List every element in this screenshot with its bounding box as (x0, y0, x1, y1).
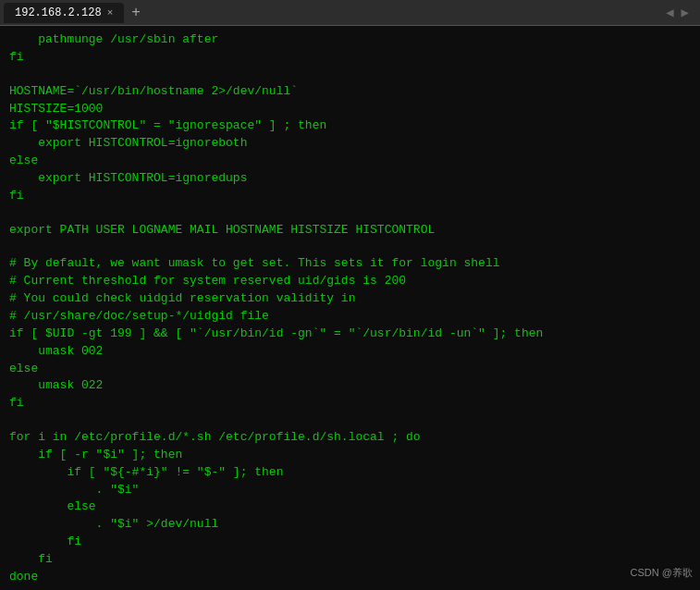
terminal-line: else (9, 153, 691, 170)
tab-bar: 192.168.2.128 × + ◀ ▶ (0, 0, 700, 26)
tab-close-button[interactable]: × (107, 7, 114, 18)
terminal-line: # Current threshold for system reserved … (9, 273, 691, 290)
terminal-line: fi (9, 551, 691, 569)
terminal-line: fi (9, 534, 691, 551)
terminal-line: # You could check uidgid reservation val… (9, 290, 691, 308)
terminal-line: done (9, 569, 691, 586)
terminal-line: . "$i" >/dev/null (9, 516, 691, 534)
terminal-line (9, 412, 691, 429)
terminal-line: umask 022 (9, 377, 691, 395)
watermark: CSDN @养歌 (631, 566, 693, 581)
terminal-line: else (9, 498, 691, 516)
terminal-line: # /usr/share/doc/setup-*/uidgid file (9, 308, 691, 326)
terminal-line: # By default, we want umask to get set. … (9, 255, 691, 273)
terminal-line (9, 586, 691, 590)
new-tab-button[interactable]: + (124, 5, 148, 21)
terminal-line: export HISTCONTROL=ignoredups (9, 170, 691, 188)
terminal-line: fi (9, 188, 691, 205)
terminal-line: if [ "${-#*i}" != "$-" ]; then (9, 464, 691, 482)
terminal-line: else (9, 361, 691, 378)
nav-arrows: ◀ ▶ (666, 5, 696, 20)
terminal-line: export HISTCONTROL=ignoreboth (9, 135, 691, 153)
terminal-line: HOSTNAME=`/usr/bin/hostname 2>/dev/null` (9, 83, 691, 101)
terminal-line: fi (9, 49, 691, 67)
nav-right-icon: ▶ (682, 5, 689, 20)
tab-label: 192.168.2.128 (15, 6, 102, 19)
nav-left-icon: ◀ (666, 5, 673, 20)
terminal-line: . "$i" (9, 482, 691, 499)
terminal-line: pathmunge /usr/sbin after (9, 31, 691, 49)
terminal-line: for i in /etc/profile.d/*.sh /etc/profil… (9, 429, 691, 447)
terminal-line: export PATH USER LOGNAME MAIL HOSTNAME H… (9, 222, 691, 240)
active-tab[interactable]: 192.168.2.128 × (4, 3, 124, 23)
terminal-area[interactable]: pathmunge /usr/sbin afterfi HOSTNAME=`/u… (0, 26, 700, 590)
terminal-line (9, 67, 691, 83)
terminal-line: if [ "$HISTCONTROL" = "ignorespace" ] ; … (9, 117, 691, 135)
terminal-line: fi (9, 395, 691, 412)
terminal-line: HISTSIZE=1000 (9, 101, 691, 118)
terminal-line: if [ $UID -gt 199 ] && [ "`/usr/bin/id -… (9, 326, 691, 343)
terminal-line (9, 239, 691, 255)
terminal-line: umask 002 (9, 343, 691, 361)
terminal-line: if [ -r "$i" ]; then (9, 447, 691, 464)
terminal-line (9, 205, 691, 222)
